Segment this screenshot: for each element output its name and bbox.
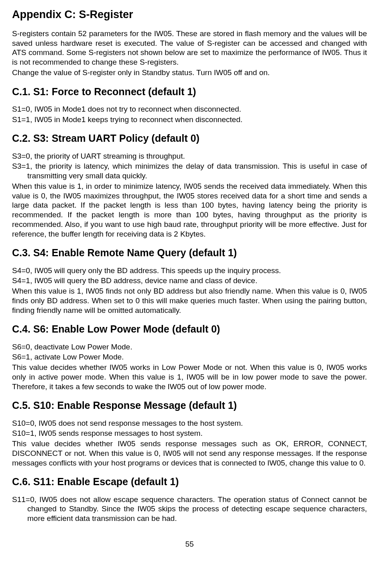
section-c1-heading: C.1. S1: Force to Reconnect (default 1) bbox=[12, 86, 367, 98]
section-c2-heading: C.2. S3: Stream UART Policy (default 0) bbox=[12, 132, 367, 145]
section-c3-heading: C.3. S4: Enable Remote Name Query (defau… bbox=[12, 247, 367, 259]
section-c5-line2: S10=1, IW05 sends response messages to h… bbox=[12, 429, 367, 438]
section-c3-line2: S4=1, IW05 will query the BD address, de… bbox=[12, 276, 367, 286]
section-c2-line1: S3=0, the priority of UART streaming is … bbox=[12, 151, 367, 161]
section-c4-line2: S6=1, activate Low Power Mode. bbox=[12, 352, 367, 362]
section-c2-block: S3=0, the priority of UART streaming is … bbox=[12, 151, 367, 239]
section-c2-line2: S3=1, the priority is latency, which min… bbox=[12, 161, 367, 181]
intro-block: S-registers contain 52 parameters for th… bbox=[12, 29, 367, 78]
section-c5-heading: C.5. S10: Enable Response Message (defau… bbox=[12, 399, 367, 412]
intro-paragraph-2: Change the value of S-register only in S… bbox=[12, 68, 367, 78]
page-number: 55 bbox=[12, 539, 367, 549]
section-c6-line1: S11=0, IW05 does not allow escape sequen… bbox=[12, 495, 367, 523]
section-c1-line2: S1=1, IW05 in Mode1 keeps trying to reco… bbox=[12, 115, 367, 125]
section-c5-block: S10=0, IW05 does not send response messa… bbox=[12, 419, 367, 468]
section-c4-heading: C.4. S6: Enable Low Power Mode (default … bbox=[12, 323, 367, 335]
section-c4-line1: S6=0, deactivate Low Power Mode. bbox=[12, 342, 367, 352]
section-c4-para: This value decides whether IW05 works in… bbox=[12, 363, 367, 391]
page-title: Appendix C: S-Register bbox=[12, 8, 367, 22]
section-c3-block: S4=0, IW05 will query only the BD addres… bbox=[12, 266, 367, 315]
section-c3-para: When this value is 1, IW05 finds not onl… bbox=[12, 286, 367, 315]
section-c6-block: S11=0, IW05 does not allow escape sequen… bbox=[12, 495, 367, 523]
section-c2-para: When this value is 1, in order to minimi… bbox=[12, 182, 367, 239]
section-c3-line1: S4=0, IW05 will query only the BD addres… bbox=[12, 266, 367, 276]
section-c1-block: S1=0, IW05 in Mode1 does not try to reco… bbox=[12, 104, 367, 125]
intro-paragraph-1: S-registers contain 52 parameters for th… bbox=[12, 29, 367, 67]
section-c6-heading: C.6. S11: Enable Escape (default 1) bbox=[12, 476, 367, 488]
section-c5-line1: S10=0, IW05 does not send response messa… bbox=[12, 419, 367, 428]
section-c1-line1: S1=0, IW05 in Mode1 does not try to reco… bbox=[12, 104, 367, 114]
section-c5-para: This value decides whether IW05 sends re… bbox=[12, 439, 367, 468]
section-c4-block: S6=0, deactivate Low Power Mode. S6=1, a… bbox=[12, 342, 367, 392]
